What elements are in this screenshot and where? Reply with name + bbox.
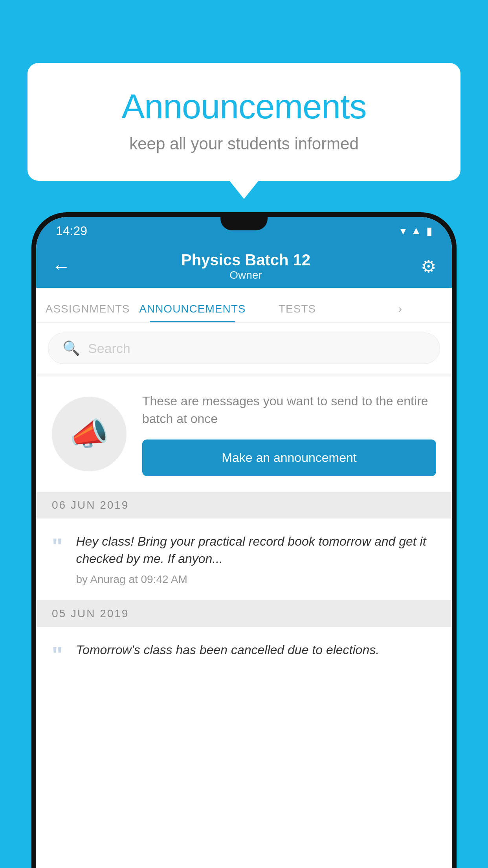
tab-tests[interactable]: TESTS [246,303,349,322]
phone-frame: 14:29 ▾ ▲ ▮ ← Physics Batch 12 Owner ⚙ A… [31,212,457,868]
back-button[interactable]: ← [52,256,71,277]
announcement-text-2: Tomorrow's class has been cancelled due … [76,641,437,659]
bubble-subtitle: keep all your students informed [59,134,429,153]
promo-icon-circle: 📣 [52,397,127,471]
search-icon: 🔍 [62,340,80,357]
date-separator-2: 05 JUN 2019 [36,600,452,627]
announcement-content-1: Hey class! Bring your practical record b… [76,533,437,586]
battery-icon: ▮ [426,224,432,237]
content-area: 🔍 Search 📣 These are messages you want t… [36,323,452,680]
megaphone-icon: 📣 [70,416,109,452]
search-placeholder: Search [88,341,130,356]
announcement-item-2[interactable]: " Tomorrow's class has been cancelled du… [36,627,452,680]
tab-more[interactable]: › [349,303,452,322]
status-time: 14:29 [56,224,87,238]
promo-right: These are messages you want to send to t… [142,392,436,476]
phone-screen: 14:29 ▾ ▲ ▮ ← Physics Batch 12 Owner ⚙ A… [36,217,452,868]
quote-icon-2: " [52,644,63,666]
search-bar[interactable]: 🔍 Search [48,333,440,364]
bubble-title: Announcements [59,86,429,127]
header-center: Physics Batch 12 Owner [181,251,310,281]
tab-assignments[interactable]: ASSIGNMENTS [36,303,139,322]
status-icons: ▾ ▲ ▮ [400,224,432,237]
tabs-bar: ASSIGNMENTS ANNOUNCEMENTS TESTS › [36,288,452,323]
wifi-icon: ▾ [400,224,406,237]
promo-block: 📣 These are messages you want to send to… [36,377,452,492]
quote-icon-1: " [52,535,63,558]
announcement-content-2: Tomorrow's class has been cancelled due … [76,641,437,659]
intro-section: Announcements keep all your students inf… [28,63,460,181]
speech-bubble-card: Announcements keep all your students inf… [28,63,460,181]
make-announcement-button[interactable]: Make an announcement [142,440,436,476]
signal-icon: ▲ [411,224,422,237]
announcement-item-1[interactable]: " Hey class! Bring your practical record… [36,519,452,601]
batch-role: Owner [181,269,310,281]
search-container: 🔍 Search [36,323,452,373]
batch-title: Physics Batch 12 [181,251,310,269]
app-header: ← Physics Batch 12 Owner ⚙ [36,245,452,288]
settings-icon[interactable]: ⚙ [421,256,436,276]
tab-announcements[interactable]: ANNOUNCEMENTS [139,303,246,322]
announcement-meta-1: by Anurag at 09:42 AM [76,573,437,586]
promo-description: These are messages you want to send to t… [142,392,436,428]
phone-notch [220,217,268,230]
announcement-text-1: Hey class! Bring your practical record b… [76,533,437,568]
date-separator-1: 06 JUN 2019 [36,492,452,519]
